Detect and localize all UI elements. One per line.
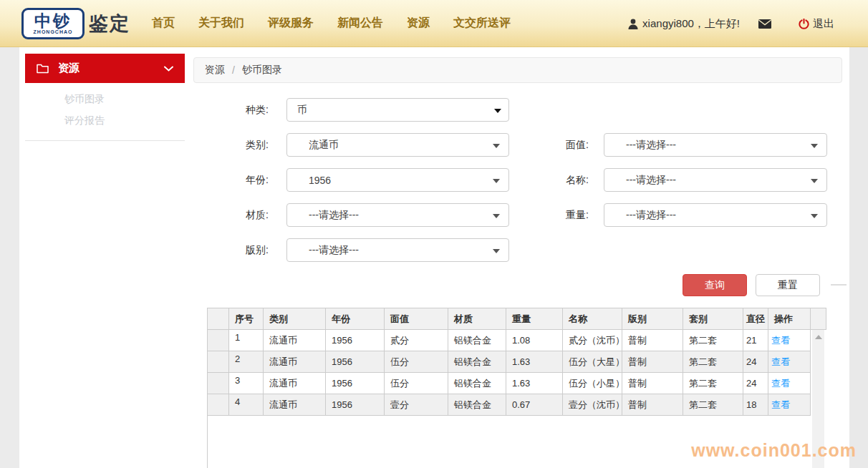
table-cell: 1956 xyxy=(326,330,385,351)
sidebar-group-label: 资源 xyxy=(58,62,164,75)
name-select[interactable]: ---请选择--- xyxy=(604,168,827,192)
material-select[interactable]: ---请选择--- xyxy=(286,203,509,227)
dropdown-caret-icon xyxy=(811,214,818,218)
results-table: 序号类别年份面值材质重量名称版别套别直径操作 1流通币1956贰分铝镁合金1.0… xyxy=(207,308,826,416)
table-cell: 1.63 xyxy=(506,373,563,394)
breadcrumb-root[interactable]: 资源 xyxy=(205,64,225,77)
breadcrumb-separator: / xyxy=(232,64,235,76)
kind-select[interactable]: 币 xyxy=(286,98,509,122)
weight-select[interactable]: ---请选择--- xyxy=(604,203,827,227)
table-cell: 铝镁合金 xyxy=(448,351,506,373)
denomination-select[interactable]: ---请选择--- xyxy=(604,133,827,157)
table-cell: 第二套 xyxy=(683,351,743,373)
dropdown-caret-icon xyxy=(493,144,500,148)
table-cell: 1.63 xyxy=(506,351,563,373)
table-cell: 普制 xyxy=(622,330,683,351)
table-cell: 伍分 xyxy=(385,351,448,373)
chevron-down-icon xyxy=(164,66,173,72)
filter-row-kind: 种类: 币 xyxy=(236,98,509,122)
nav-item-grading-service[interactable]: 评级服务 xyxy=(268,16,314,31)
dropdown-caret-icon xyxy=(811,179,818,183)
nav-item-about[interactable]: 关于我们 xyxy=(198,16,244,31)
breadcrumb: 资源 / 钞币图录 xyxy=(193,57,842,83)
column-header: 名称 xyxy=(563,308,622,330)
action-cell: 查看 xyxy=(768,373,811,394)
reset-button[interactable]: 重置 xyxy=(756,274,820,296)
nav-item-home[interactable]: 首页 xyxy=(152,16,175,31)
table-cell: 贰分（沈币） xyxy=(563,330,622,351)
column-header: 面值 xyxy=(385,308,448,330)
table-cell: 普制 xyxy=(622,373,683,394)
column-header: 套别 xyxy=(683,308,743,330)
table-cell: 第二套 xyxy=(683,330,743,351)
row-handle xyxy=(208,394,229,416)
nav-item-news[interactable]: 新闻公告 xyxy=(337,16,383,31)
row-handle xyxy=(208,373,229,394)
table-cell: 1956 xyxy=(326,394,385,416)
table-body: 1流通币1956贰分铝镁合金1.08贰分（沈币）普制第二套21查看2流通币195… xyxy=(208,330,826,416)
dropdown-caret-icon xyxy=(493,249,500,253)
table-cell: 流通币 xyxy=(264,330,326,351)
sidebar-divider xyxy=(25,140,185,141)
column-header: 材质 xyxy=(448,308,506,330)
table-header-row: 序号类别年份面值材质重量名称版别套别直径操作 xyxy=(208,308,826,330)
table-row: 3流通币1956伍分铝镁合金1.63伍分（小星）普制第二套24查看 xyxy=(208,373,826,394)
column-header: 序号 xyxy=(229,308,264,330)
table-cell: 第二套 xyxy=(683,394,743,416)
top-header: 中钞 ZHONGCHAO 鉴定 首页 关于我们 评级服务 新闻公告 资源 文交所… xyxy=(0,0,868,47)
table-cell: 0.67 xyxy=(506,394,563,416)
dropdown-arrow-icon xyxy=(494,109,501,113)
view-link[interactable]: 查看 xyxy=(771,378,790,389)
site-logo[interactable]: 中钞 ZHONGCHAO 鉴定 xyxy=(21,8,130,39)
main-nav: 首页 关于我们 评级服务 新闻公告 资源 文交所送评 xyxy=(152,16,511,31)
search-button[interactable]: 查询 xyxy=(683,274,747,296)
user-icon xyxy=(628,19,638,29)
table-cell: 伍分（大星） xyxy=(563,351,622,373)
filter-row-year: 年份: 1956 xyxy=(236,168,509,192)
page-scroll-gutter[interactable] xyxy=(849,47,868,468)
table-cell: 24 xyxy=(743,351,768,373)
table-cell: 第二套 xyxy=(683,373,743,394)
divider-dash xyxy=(831,284,847,286)
sidebar-group-resources[interactable]: 资源 xyxy=(25,54,185,83)
table-cell: 壹分 xyxy=(385,394,448,416)
category-select-value: 流通币 xyxy=(287,139,339,152)
filter-label-edition: 版别: xyxy=(236,244,269,257)
view-link[interactable]: 查看 xyxy=(771,335,790,346)
mail-icon[interactable] xyxy=(758,19,771,29)
folder-icon xyxy=(37,64,49,74)
view-link[interactable]: 查看 xyxy=(771,399,790,410)
action-cell: 查看 xyxy=(768,351,811,373)
filter-row-material: 材质: ---请选择--- xyxy=(236,203,509,227)
table-cell: 18 xyxy=(743,394,768,416)
table-cell: 4 xyxy=(229,394,264,416)
nav-item-resources[interactable]: 资源 xyxy=(407,16,430,31)
sidebar-item-grading-report[interactable]: 评分报告 xyxy=(64,114,105,127)
edition-select[interactable]: ---请选择--- xyxy=(286,238,509,262)
table-cell: 21 xyxy=(743,330,768,351)
table-cell: 流通币 xyxy=(264,351,326,373)
filter-label-denomination: 面值: xyxy=(556,139,589,152)
nav-item-exchange-submission[interactable]: 文交所送评 xyxy=(453,16,511,31)
weight-select-value: ---请选择--- xyxy=(604,209,676,222)
view-link[interactable]: 查看 xyxy=(771,356,790,367)
table-cell: 铝镁合金 xyxy=(448,373,506,394)
breadcrumb-current: 钞币图录 xyxy=(242,64,282,77)
year-select[interactable]: 1956 xyxy=(286,168,509,192)
category-select[interactable]: 流通币 xyxy=(286,133,509,157)
filter-label-year: 年份: xyxy=(236,174,269,187)
material-select-value: ---请选择--- xyxy=(287,209,359,222)
column-header: 类别 xyxy=(264,308,326,330)
watermark: www.coin001.com xyxy=(691,440,857,461)
action-cell: 查看 xyxy=(768,330,811,351)
logout-button[interactable]: 退出 xyxy=(799,17,834,31)
filter-label-kind: 种类: xyxy=(236,104,269,117)
table-cell: 伍分（小星） xyxy=(563,373,622,394)
sidebar-item-coin-catalog[interactable]: 钞币图录 xyxy=(64,93,105,106)
table-cell: 2 xyxy=(229,351,264,373)
row-handle xyxy=(208,351,229,373)
filter-label-name: 名称: xyxy=(556,174,589,187)
column-header: 直径 xyxy=(743,308,768,330)
name-select-value: ---请选择--- xyxy=(604,174,676,187)
logo-subtitle-text: ZHONGCHAO xyxy=(34,29,73,35)
